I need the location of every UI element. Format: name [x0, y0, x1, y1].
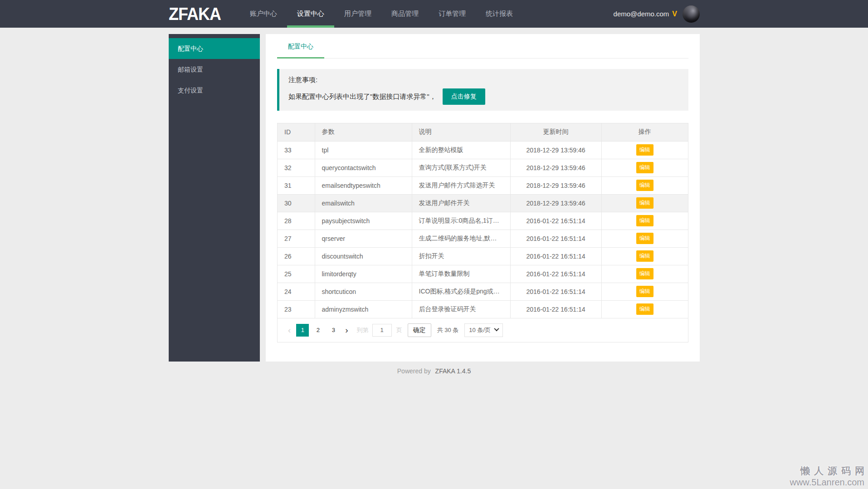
row-time: 2018-12-29 13:59:46: [510, 141, 601, 159]
row-id: 33: [278, 141, 315, 159]
sidebar-item-2[interactable]: 支付设置: [169, 80, 260, 101]
row-desc: ICO图标,格式必须是png或…: [412, 283, 510, 300]
edit-button[interactable]: 编辑: [636, 250, 653, 262]
table-header-row: ID参数说明更新时间操作: [278, 123, 688, 141]
row-actions: 编辑: [601, 283, 688, 300]
nav-item-5[interactable]: 统计报表: [476, 0, 523, 28]
top-navbar: ZFAKA 账户中心设置中心用户管理商品管理订单管理统计报表 demo@demo…: [0, 0, 868, 28]
total-count-label: 共 30 条: [437, 326, 459, 334]
nav-item-3[interactable]: 商品管理: [381, 0, 429, 28]
nav-item-0[interactable]: 账户中心: [240, 0, 287, 28]
edit-button[interactable]: 编辑: [636, 144, 653, 156]
sidebar-item-1[interactable]: 邮箱设置: [169, 59, 260, 80]
tab-config-center[interactable]: 配置中心: [277, 34, 324, 58]
page-number-3[interactable]: 3: [327, 324, 340, 337]
main-nav: 账户中心设置中心用户管理商品管理订单管理统计报表: [240, 0, 523, 28]
row-desc: 后台登录验证码开关: [412, 300, 510, 318]
table-row: 31emailsendtypeswitch发送用户邮件方式筛选开关2018-12…: [278, 176, 688, 194]
page-number-1[interactable]: 1: [296, 324, 309, 337]
row-param: paysubjectswitch: [315, 212, 412, 230]
nav-item-4[interactable]: 订单管理: [429, 0, 476, 28]
sidebar: 配置中心邮箱设置支付设置: [169, 34, 260, 362]
table-row: 24shortcuticonICO图标,格式必须是png或…2016-01-22…: [278, 283, 688, 300]
row-param: querycontactswitch: [315, 159, 412, 176]
row-time: 2018-12-29 13:59:46: [510, 194, 601, 212]
edit-button[interactable]: 编辑: [636, 215, 653, 226]
row-desc: 发送用户邮件开关: [412, 194, 510, 212]
edit-button[interactable]: 编辑: [636, 286, 653, 297]
nav-item-1[interactable]: 设置中心: [287, 0, 334, 28]
row-param: emailsendtypeswitch: [315, 176, 412, 194]
row-id: 26: [278, 247, 315, 265]
table-row: 30emailswitch发送用户邮件开关2018-12-29 13:59:46…: [278, 194, 688, 212]
watermark-url: www.5Lanren.com: [790, 477, 864, 488]
column-header-0: ID: [278, 123, 315, 141]
row-actions: 编辑: [601, 194, 688, 212]
user-email[interactable]: demo@demo.com: [614, 10, 669, 18]
row-param: shortcuticon: [315, 283, 412, 300]
row-desc: 生成二维码的服务地址,默…: [412, 230, 510, 247]
notice-text: 如果配置中心列表中出现了"数据接口请求异常"，: [288, 93, 436, 101]
main-card: 配置中心 注意事项: 如果配置中心列表中出现了"数据接口请求异常"， 点击修复 …: [266, 34, 700, 362]
row-desc: 单笔订单数量限制: [412, 265, 510, 283]
pagination: ‹ 123 › 到第 页 确定 共 30 条 10 条/页: [278, 318, 688, 342]
edit-button[interactable]: 编辑: [636, 268, 653, 279]
row-id: 28: [278, 212, 315, 230]
row-actions: 编辑: [601, 230, 688, 247]
row-time: 2016-01-22 16:51:14: [510, 212, 601, 230]
row-time: 2016-01-22 16:51:14: [510, 283, 601, 300]
watermark: 懒人源码网 www.5Lanren.com: [790, 465, 864, 488]
notice-box: 注意事项: 如果配置中心列表中出现了"数据接口请求异常"， 点击修复: [277, 69, 688, 111]
edit-button[interactable]: 编辑: [636, 197, 653, 209]
user-dropdown-caret-icon[interactable]: V: [672, 10, 677, 18]
config-table-block: ID参数说明更新时间操作 33tpl全新的整站模版2018-12-29 13:5…: [277, 123, 688, 342]
goto-page-input[interactable]: [372, 324, 392, 337]
page-unit-label: 页: [396, 326, 402, 334]
table-row: 27qrserver生成二维码的服务地址,默…2016-01-22 16:51:…: [278, 230, 688, 247]
row-id: 25: [278, 265, 315, 283]
next-page-icon[interactable]: ›: [341, 324, 352, 337]
edit-button[interactable]: 编辑: [636, 233, 653, 244]
row-desc: 订单说明显示:0商品名,1订…: [412, 212, 510, 230]
watermark-site-name: 懒人源码网: [790, 465, 868, 477]
row-param: qrserver: [315, 230, 412, 247]
row-actions: 编辑: [601, 159, 688, 176]
notice-line: 如果配置中心列表中出现了"数据接口请求异常"， 点击修复: [288, 88, 679, 105]
row-desc: 折扣开关: [412, 247, 510, 265]
table-row: 32querycontactswitch查询方式(联系方式)开关2018-12-…: [278, 159, 688, 176]
row-desc: 全新的整站模版: [412, 141, 510, 159]
row-actions: 编辑: [601, 300, 688, 318]
chevron-down-icon: [494, 326, 499, 331]
edit-button[interactable]: 编辑: [636, 180, 653, 191]
per-page-select[interactable]: 10 条/页: [464, 323, 503, 337]
nav-item-2[interactable]: 用户管理: [334, 0, 381, 28]
row-id: 31: [278, 176, 315, 194]
user-avatar[interactable]: [683, 5, 700, 23]
column-header-2: 说明: [412, 123, 510, 141]
content-layout: 配置中心邮箱设置支付设置 配置中心 注意事项: 如果配置中心列表中出现了"数据接…: [169, 34, 700, 362]
confirm-page-button[interactable]: 确定: [408, 323, 431, 337]
row-time: 2016-01-22 16:51:14: [510, 230, 601, 247]
row-actions: 编辑: [601, 141, 688, 159]
sidebar-item-0[interactable]: 配置中心: [169, 38, 260, 59]
edit-button[interactable]: 编辑: [636, 303, 653, 315]
footer-version-link[interactable]: ZFAKA 1.4.5: [435, 367, 471, 375]
row-param: discountswitch: [315, 247, 412, 265]
page-number-2[interactable]: 2: [312, 324, 324, 337]
per-page-value: 10 条/页: [469, 326, 491, 334]
row-actions: 编辑: [601, 247, 688, 265]
prev-page-icon[interactable]: ‹: [284, 324, 295, 337]
row-desc: 发送用户邮件方式筛选开关: [412, 176, 510, 194]
row-id: 27: [278, 230, 315, 247]
footer: Powered by ZFAKA 1.4.5: [0, 367, 868, 375]
notice-title: 注意事项:: [288, 76, 679, 84]
column-header-4: 操作: [601, 123, 688, 141]
row-time: 2016-01-22 16:51:14: [510, 247, 601, 265]
column-header-3: 更新时间: [510, 123, 601, 141]
row-id: 30: [278, 194, 315, 212]
brand-logo[interactable]: ZFAKA: [169, 4, 221, 24]
edit-button[interactable]: 编辑: [636, 162, 653, 173]
column-header-1: 参数: [315, 123, 412, 141]
fix-button[interactable]: 点击修复: [443, 88, 485, 105]
goto-label: 到第: [357, 326, 369, 334]
